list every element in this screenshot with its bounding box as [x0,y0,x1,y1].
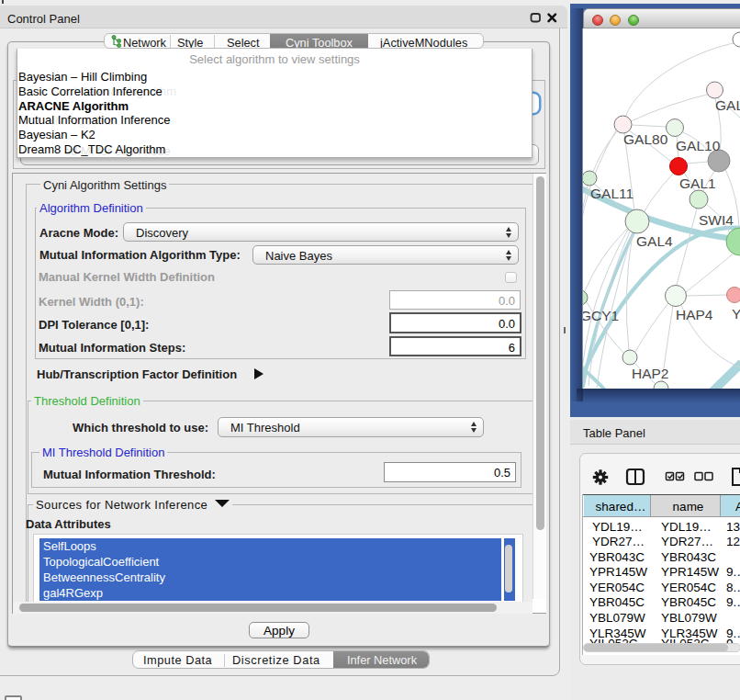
svg-text:GAL4: GAL4 [636,233,673,249]
svg-text:GAL1: GAL1 [679,175,716,191]
svg-text:GAL80: GAL80 [623,131,668,147]
svg-text:HAP2: HAP2 [632,366,669,381]
svg-text:HAP4: HAP4 [676,307,713,322]
svg-text:GAL10: GAL10 [676,138,721,153]
svg-text:GAL7: GAL7 [715,97,740,113]
svg-text:YD: YD [732,306,740,322]
svg-text:GCY1: GCY1 [583,308,619,323]
svg-text:SWI4: SWI4 [699,212,734,228]
svg-text:GAL11: GAL11 [590,186,633,201]
